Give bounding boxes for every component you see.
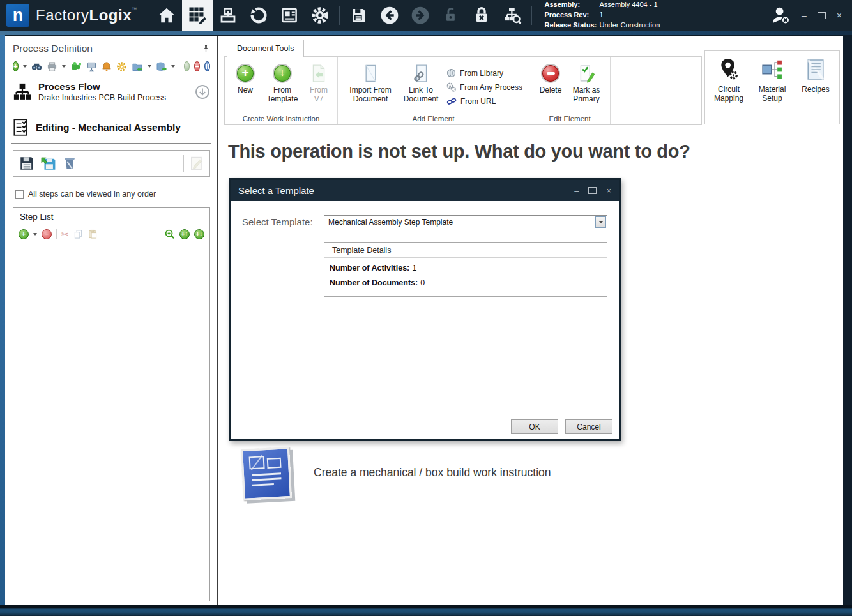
create-option-label: Create a mechanical / box build work ins… [314, 466, 551, 479]
export-database-icon[interactable] [156, 61, 167, 72]
dialog-titlebar: Select a Template – × [231, 180, 619, 201]
delete-button[interactable]: Delete [535, 62, 567, 96]
apps-panel: Circuit Mapping Material Setup Recipes [704, 50, 840, 124]
lock-close-button[interactable] [466, 0, 497, 31]
pause-icon[interactable] [204, 61, 210, 71]
from-template-label: From Template [262, 86, 302, 104]
pin-icon[interactable] [202, 44, 210, 54]
from-library-label: From Library [460, 69, 503, 78]
cut-icon[interactable]: ✂ [61, 230, 69, 239]
unlock-button[interactable] [436, 0, 466, 31]
tab-document-tools[interactable]: Document Tools [227, 40, 304, 57]
cancel-button[interactable]: Cancel [565, 419, 612, 434]
step-list-panel: Step List ✂ ↑ ↓ [13, 207, 210, 601]
new-button[interactable]: + New [230, 62, 261, 96]
import-from-document-button[interactable]: Import From Document [343, 62, 398, 105]
window-left-edge [0, 35, 5, 605]
move-down-icon[interactable]: ↓ [194, 229, 204, 239]
save-button[interactable] [344, 0, 374, 31]
from-template-button[interactable]: ↓ From Template [261, 62, 304, 105]
copy-icon[interactable] [73, 229, 83, 239]
print-dropdown-caret[interactable] [62, 65, 66, 68]
unlock-icon [442, 6, 460, 24]
edit-step-icon[interactable] [189, 155, 204, 172]
client-area: Process Definition Proc [5, 35, 843, 605]
process-search-button[interactable] [497, 0, 528, 31]
process-definition-panel: Process Definition Proc [5, 36, 218, 605]
from-any-process-button[interactable]: From Any Process [446, 82, 522, 93]
stop-icon[interactable] [194, 61, 200, 71]
link-to-document-button[interactable]: Link To Document [398, 62, 444, 105]
maximize-button[interactable] [818, 12, 826, 19]
circuit-mapping-icon [717, 57, 740, 82]
new-icon: + [236, 64, 255, 83]
add-step-caret[interactable] [33, 233, 37, 236]
presentation-icon[interactable] [86, 61, 97, 72]
process-rev-label: Process Rev: [545, 10, 600, 20]
page-heading: This operation is not set up. What do yo… [228, 141, 690, 162]
dialog-minimize-button[interactable]: – [574, 186, 579, 195]
recipes-button[interactable]: Recipes [797, 57, 834, 117]
move-up-icon[interactable]: ↑ [179, 229, 190, 239]
divider [11, 143, 211, 144]
collapse-down-icon[interactable] [195, 84, 210, 100]
remove-step-icon[interactable] [42, 229, 52, 239]
ok-button[interactable]: OK [511, 419, 558, 434]
mark-as-primary-button[interactable]: Mark as Primary [567, 62, 606, 105]
titlebar-separator [531, 6, 532, 25]
minimize-button[interactable]: – [802, 10, 807, 20]
settings-button[interactable] [305, 0, 335, 31]
add-step-icon[interactable] [19, 229, 29, 239]
close-button[interactable]: × [837, 10, 842, 20]
process-flow-item[interactable]: Process Flow Drake Industries PCB Build … [11, 79, 211, 109]
checklist-icon [13, 118, 30, 137]
circuit-mapping-button[interactable]: Circuit Mapping [710, 57, 747, 117]
find-icon[interactable] [31, 61, 42, 72]
materials-button[interactable] [213, 0, 243, 31]
from-library-button[interactable]: From Library [446, 68, 522, 79]
work-instruction-icon [241, 447, 292, 500]
settings-gear-icon[interactable] [116, 61, 127, 72]
paste-icon[interactable] [87, 229, 97, 239]
any-order-checkbox[interactable] [15, 190, 24, 199]
synchronize-button[interactable] [243, 0, 274, 31]
window-right-edge [842, 35, 852, 605]
material-setup-button[interactable]: Material Setup [754, 57, 791, 117]
combobox-dropdown-button[interactable] [595, 216, 606, 228]
template-details-box: Template Details Number of Activities:1 … [324, 242, 607, 297]
group-label: Add Element [338, 115, 529, 123]
start-icon[interactable] [184, 61, 190, 71]
new-label: New [238, 86, 253, 95]
print-icon[interactable] [47, 61, 57, 72]
process-toolbar [11, 59, 211, 79]
process-definition-button[interactable] [182, 0, 213, 31]
home-button[interactable] [151, 0, 182, 31]
back-button[interactable] [374, 0, 405, 31]
process-rev-value: 1 [600, 10, 604, 20]
news-button[interactable] [274, 0, 305, 31]
add-icon[interactable] [13, 61, 19, 71]
delete-step-icon[interactable] [62, 155, 77, 172]
add-dropdown-caret[interactable] [23, 65, 27, 68]
from-v7-button[interactable]: From V7 [304, 62, 333, 105]
reorder-icon[interactable] [70, 61, 82, 72]
dialog-maximize-button[interactable] [588, 187, 597, 194]
alert-bell-icon[interactable] [102, 61, 112, 72]
create-mechanical-option[interactable]: Create a mechanical / box build work ins… [242, 448, 551, 499]
link-to-document-label: Link To Document [400, 86, 442, 104]
forward-button[interactable] [405, 0, 436, 31]
export-dropdown-caret[interactable] [148, 65, 151, 68]
editing-header: Editing - Mechanical Assembly [11, 114, 211, 143]
dialog-close-button[interactable]: × [606, 186, 611, 195]
template-combobox[interactable]: Mechanical Assembly Step Template [324, 215, 607, 229]
database-dropdown-caret[interactable] [171, 65, 175, 68]
dialog-title: Select a Template [238, 185, 314, 196]
import-step-icon[interactable] [40, 155, 57, 172]
zoom-step-icon[interactable] [164, 229, 175, 239]
logout-user-button[interactable] [770, 4, 791, 26]
from-url-button[interactable]: From URL [446, 96, 522, 107]
lock-x-icon [472, 6, 491, 25]
step-list-body[interactable] [13, 243, 209, 601]
export-folder-icon[interactable] [132, 61, 143, 72]
save-step-icon[interactable] [19, 155, 35, 172]
